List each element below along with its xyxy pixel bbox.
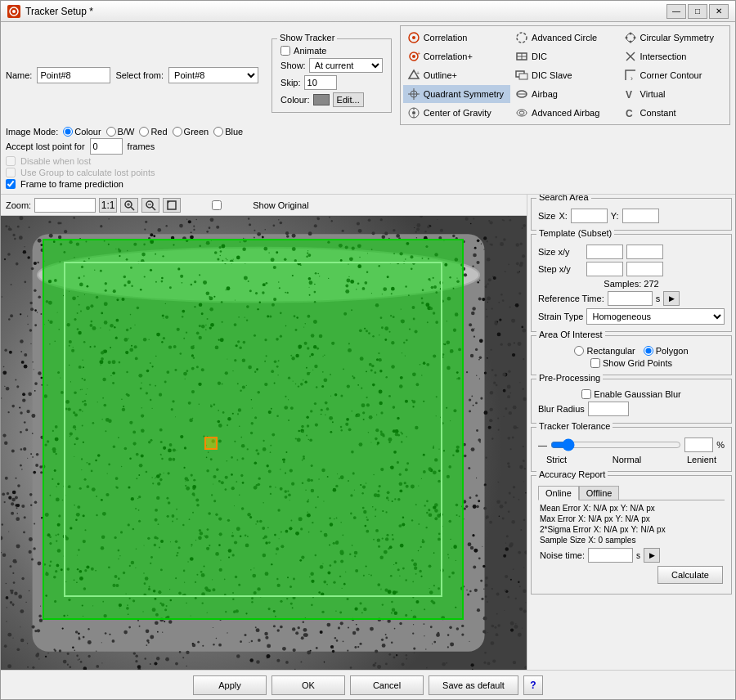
tolerance-value-input[interactable]: 10 xyxy=(684,438,713,452)
sigma-error-label: 2*Sigma Error xyxy=(540,525,591,534)
use-group-row: Use Group to calculate lost points xyxy=(6,168,730,177)
use-group-label: Use Group to calculate lost points xyxy=(20,168,155,177)
tolerance-slider[interactable] xyxy=(550,438,681,451)
tolerance-unit: % xyxy=(716,440,725,450)
tracker-type-dic[interactable]: DIC xyxy=(511,47,618,65)
template-size-x-input[interactable]: 51 xyxy=(586,245,623,259)
dic-slave-icon xyxy=(514,68,529,83)
rectangular-radio[interactable] xyxy=(574,346,584,356)
template-step-y-input[interactable]: 53 xyxy=(626,262,663,276)
red-radio-label[interactable]: Red xyxy=(139,127,167,137)
animate-checkbox[interactable] xyxy=(280,46,290,56)
use-group-checkbox[interactable] xyxy=(6,168,16,177)
ref-time-input[interactable]: 0.0000 xyxy=(608,291,653,306)
edit-button[interactable]: Edit... xyxy=(333,92,364,107)
calculate-button[interactable]: Calculate xyxy=(657,566,723,584)
zoom-in-button[interactable] xyxy=(120,198,138,213)
bw-radio-label[interactable]: B/W xyxy=(106,127,135,137)
strain-type-select[interactable]: Homogeneous Linear Quadratic xyxy=(586,308,725,325)
zoom-input[interactable]: 0.463281 xyxy=(34,198,96,213)
bw-radio[interactable] xyxy=(106,127,116,137)
skip-input[interactable] xyxy=(304,75,337,90)
template-step-x-input[interactable]: 53 xyxy=(586,262,623,276)
search-y-input[interactable]: 10 xyxy=(622,209,659,223)
tracker-type-advanced-circle[interactable]: Advanced Circle xyxy=(511,29,618,47)
ref-time-button[interactable]: ▶ xyxy=(663,291,680,306)
tracker-tolerance-group: Tracker Tolerance — 10 % Strict Normal L… xyxy=(531,427,732,472)
circular-symmetry-label: Circular Symmetry xyxy=(640,33,714,43)
title-bar: Tracker Setup * — □ ✕ xyxy=(1,1,735,22)
search-area-title: Search Area xyxy=(536,195,591,202)
accept-lost-input[interactable] xyxy=(90,138,123,155)
correlation-plus-label: Correlation+ xyxy=(424,52,473,61)
green-radio-label[interactable]: Green xyxy=(173,127,209,137)
tracker-type-constant[interactable]: C Constant xyxy=(620,104,727,122)
template-step-row: Step x/y 53 53 xyxy=(538,262,725,276)
template-size-y-input[interactable]: 51 xyxy=(626,245,663,259)
tracker-types-grid: Correlation Advanced Circle Circular S xyxy=(400,25,730,125)
cancel-button[interactable]: Cancel xyxy=(350,675,424,695)
green-radio[interactable] xyxy=(173,127,182,137)
tracker-type-circular-symmetry[interactable]: Circular Symmetry xyxy=(620,29,727,47)
blur-radius-input[interactable]: 0 xyxy=(588,402,629,416)
blue-radio-label[interactable]: Blue xyxy=(213,127,243,137)
zoom-fit-button[interactable] xyxy=(163,198,181,213)
advanced-airbag-label: Advanced Airbag xyxy=(532,108,599,118)
zoom-out-button[interactable] xyxy=(141,198,159,213)
gaussian-blur-label: Enable Gaussian Blur xyxy=(594,389,680,399)
frame-prediction-checkbox[interactable] xyxy=(6,179,16,189)
red-radio[interactable] xyxy=(139,127,149,137)
search-area-group: Search Area Size X: 10 Y: 10 xyxy=(531,198,732,231)
show-dropdown[interactable]: At current xyxy=(309,58,383,73)
tracker-type-virtual[interactable]: V Virtual xyxy=(620,85,727,103)
save-default-button[interactable]: Save as default xyxy=(429,675,518,695)
polygon-radio-label[interactable]: Polygon xyxy=(644,346,689,356)
tracker-type-advanced-airbag[interactable]: Advanced Airbag xyxy=(511,104,618,122)
image-container[interactable] xyxy=(1,216,527,670)
tab-online[interactable]: Online xyxy=(538,486,579,500)
right-panel: Search Area Size X: 10 Y: 10 Template (S… xyxy=(527,195,735,670)
show-row: Show: At current xyxy=(280,58,383,73)
tracker-type-corner-contour[interactable]: › Corner Contour xyxy=(620,66,727,84)
help-button[interactable]: ? xyxy=(523,675,543,695)
normal-label: Normal xyxy=(613,455,641,464)
polygon-radio[interactable] xyxy=(644,346,653,356)
tracker-type-outline-plus[interactable]: + Outline+ xyxy=(403,66,510,84)
tracker-type-correlation[interactable]: Correlation xyxy=(403,29,510,47)
name-row: Name: Select from: Point#8 Show Tracker … xyxy=(6,25,730,125)
minimize-button[interactable]: — xyxy=(666,4,686,19)
accept-lost-unit: frames xyxy=(128,141,155,151)
noise-time-button[interactable]: ▶ xyxy=(644,548,660,563)
search-x-input[interactable]: 10 xyxy=(571,209,608,223)
pre-processing-title: Pre-Processing xyxy=(536,373,603,383)
gaussian-blur-checkbox[interactable] xyxy=(581,389,591,399)
close-button[interactable]: ✕ xyxy=(709,4,729,19)
disable-when-lost-checkbox[interactable] xyxy=(6,156,16,166)
maximize-button[interactable]: □ xyxy=(688,4,707,19)
max-y-unit: px xyxy=(641,514,650,523)
colour-radio-label[interactable]: Colour xyxy=(63,127,101,137)
show-original-checkbox[interactable] xyxy=(184,200,249,210)
tab-offline[interactable]: Offline xyxy=(579,486,620,500)
accept-lost-label: Accept lost point for xyxy=(6,141,85,151)
zoom-one-to-one-button[interactable]: 1:1 xyxy=(99,198,117,213)
show-tracker-title: Show Tracker xyxy=(277,33,337,43)
tracker-type-airbag[interactable]: Airbag xyxy=(511,85,618,103)
apply-button[interactable]: Apply xyxy=(193,675,267,695)
ok-button[interactable]: OK xyxy=(272,675,345,695)
tracker-type-intersection[interactable]: Intersection xyxy=(620,47,727,65)
blue-radio[interactable] xyxy=(213,127,223,137)
show-grid-checkbox[interactable] xyxy=(590,358,600,368)
name-input[interactable] xyxy=(37,67,110,83)
svg-point-34 xyxy=(519,111,524,114)
rectangular-radio-label[interactable]: Rectangular xyxy=(574,346,635,356)
select-from-dropdown[interactable]: Point#8 xyxy=(168,67,258,83)
tracker-type-correlation-plus[interactable]: + Correlation+ xyxy=(403,47,510,65)
sigma-error-row: 2*Sigma Error X: N/A px Y: N/A px xyxy=(540,525,723,534)
tracker-type-center-of-gravity[interactable]: Center of Gravity xyxy=(403,104,510,122)
tracker-type-quadrant-symmetry[interactable]: Quadrant Symmetry xyxy=(403,85,510,103)
colour-radio[interactable] xyxy=(63,127,73,137)
noise-time-input[interactable]: 0.0010 xyxy=(588,548,633,563)
area-of-interest-group: Area Of Interest Rectangular Polygon xyxy=(531,335,732,375)
tracker-type-dic-slave[interactable]: DIC Slave xyxy=(511,66,618,84)
